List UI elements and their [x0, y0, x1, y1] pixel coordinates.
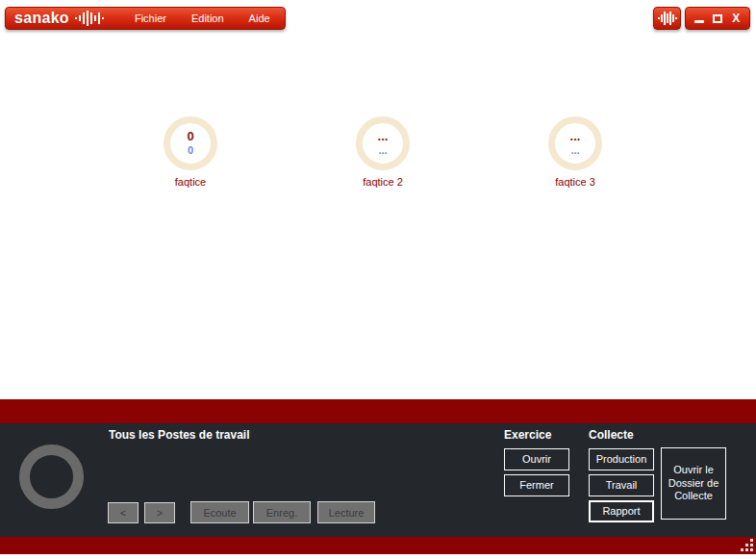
station-value-primary: 0: [187, 130, 193, 144]
grip-dot: [750, 548, 753, 551]
sanako-logo: sanako: [14, 11, 69, 26]
station-value-secondary: 0: [188, 144, 193, 157]
control-dock: Tous les Postes de travail < > Ecoute En…: [0, 399, 756, 554]
dock-top-red-bar: [0, 399, 756, 423]
enreg-button[interactable]: Enreg.: [253, 501, 311, 523]
grip-dot: [750, 539, 753, 542]
collecte-production-button[interactable]: Production: [589, 448, 654, 470]
station-value-secondary: ...: [378, 144, 387, 157]
student-station-faqtice[interactable]: 0 0 faqtice: [133, 116, 248, 188]
ecoute-button[interactable]: Ecoute: [190, 501, 249, 523]
student-station-faqtice-3[interactable]: ... ... faqtice 3: [517, 116, 633, 188]
close-icon: X: [732, 13, 740, 24]
station-ring-icon: ... ...: [548, 116, 602, 170]
audio-level-button[interactable]: [653, 7, 681, 30]
exercice-fermer-button[interactable]: Fermer: [504, 474, 569, 496]
station-name: faqtice 2: [325, 176, 441, 188]
minimize-icon: [694, 20, 704, 23]
close-button[interactable]: X: [727, 9, 744, 28]
grip-dot: [745, 548, 748, 551]
station-ring-icon: 0 0: [164, 116, 217, 170]
menu-edition[interactable]: Edition: [179, 8, 237, 29]
dock-bottom-red-bar: [0, 537, 756, 554]
station-ring-icon: ... ...: [356, 116, 410, 170]
collecte-rapport-button[interactable]: Rapport: [589, 500, 654, 522]
audio-waveform-icon: [74, 10, 107, 27]
grip-dot: [750, 544, 753, 546]
station-name: faqtice 3: [517, 176, 633, 188]
group-ring-icon: [19, 445, 84, 509]
maximize-button[interactable]: [709, 9, 726, 28]
menu-items: Fichier Edition Aide: [122, 8, 283, 29]
resize-grip[interactable]: [741, 539, 753, 551]
selection-label: Tous les Postes de travail: [109, 428, 250, 442]
station-value-primary: ...: [378, 130, 389, 144]
dock-body: Tous les Postes de travail < > Ecoute En…: [0, 423, 756, 537]
window-controls: X: [685, 7, 750, 30]
menu-bar: sanako Fichier Edition Aide: [5, 7, 286, 30]
exercice-group-title: Exercice: [504, 428, 551, 442]
minimize-button[interactable]: [691, 9, 708, 28]
next-button[interactable]: >: [144, 502, 175, 523]
station-value-primary: ...: [570, 130, 581, 144]
lecture-button[interactable]: Lecture: [317, 501, 375, 523]
collecte-group-title: Collecte: [589, 428, 634, 442]
grip-dot: [745, 544, 748, 546]
menu-fichier[interactable]: Fichier: [122, 8, 179, 29]
previous-button[interactable]: <: [108, 502, 139, 523]
collecte-travail-button[interactable]: Travail: [589, 474, 654, 496]
maximize-icon: [713, 14, 722, 23]
station-value-secondary: ...: [570, 144, 579, 157]
station-name: faqtice: [133, 176, 248, 188]
student-station-faqtice-2[interactable]: ... ... faqtice 2: [325, 116, 441, 188]
audio-waveform-small-icon: [657, 10, 678, 27]
open-collect-folder-button[interactable]: Ouvrir le Dossier de Collecte: [661, 447, 726, 520]
grip-dot: [741, 548, 743, 551]
exercice-ouvrir-button[interactable]: Ouvrir: [504, 448, 569, 470]
menu-aide[interactable]: Aide: [237, 8, 283, 29]
